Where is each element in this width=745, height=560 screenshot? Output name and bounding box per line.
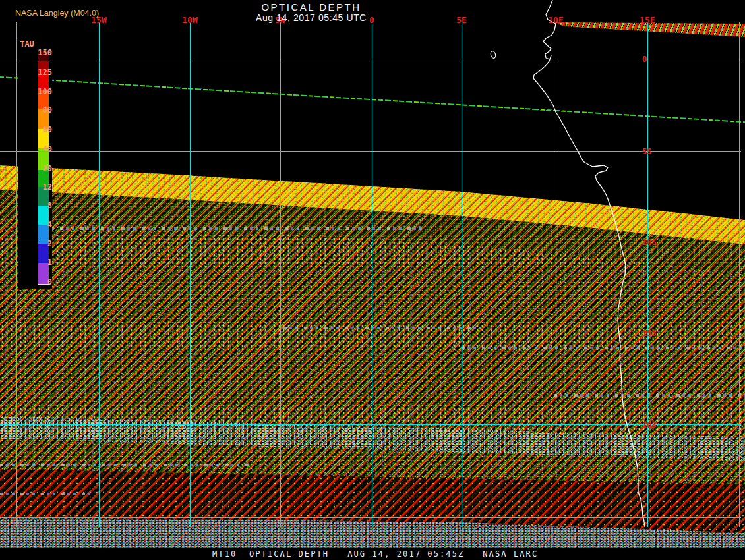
page-subtitle: Aug 14, 2017 05:45 UTC xyxy=(0,13,622,23)
longitude-label: 15E xyxy=(640,15,655,25)
latitude-label: 0 xyxy=(642,55,647,64)
map-area: 15W10W5W05E10E15E05S10S15S20S xyxy=(0,0,745,548)
status-text: MT10 OPTICAL DEPTH AUG 14, 2017 05:45Z N… xyxy=(212,549,538,559)
coastline xyxy=(0,0,745,548)
page-title: OPTICAL DEPTH xyxy=(0,1,622,13)
title-block: OPTICAL DEPTH Aug 14, 2017 05:45 UTC xyxy=(0,1,622,23)
latitude-label: 5S xyxy=(642,147,651,156)
latitude-label: 20S xyxy=(642,420,657,430)
optical-depth-product: 15W10W5W05E10E15E05S10S15S20S TAU 150125… xyxy=(0,0,745,560)
island-outline xyxy=(490,51,496,59)
latitude-label: 15S xyxy=(642,329,657,338)
latitude-label: 10S xyxy=(642,238,657,247)
status-bar: MT10 OPTICAL DEPTH AUG 14, 2017 05:45Z N… xyxy=(0,548,745,560)
